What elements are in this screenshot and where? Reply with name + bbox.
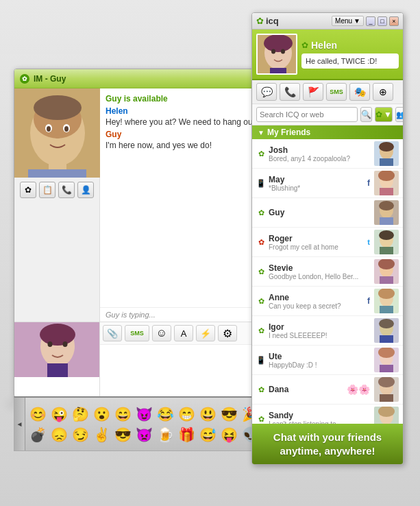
- minimize-button[interactable]: _: [366, 16, 375, 26]
- friend-item-anne[interactable]: ✿ Anne Can you keep a secret? f: [252, 287, 403, 316]
- icq-titlebar: ✿ icq Menu ▼ _ □ ×: [252, 13, 403, 29]
- emoji-tongue[interactable]: 😝: [219, 425, 238, 444]
- friends-list: ✿ Josh Bored, any1 4 zoopaloola? 📱 May *…: [252, 139, 403, 424]
- emoji-sunglasses[interactable]: 😎: [113, 425, 132, 444]
- emoji-laugh[interactable]: 😂: [156, 405, 175, 424]
- call-action-btn[interactable]: 📞: [280, 83, 300, 101]
- helen-message: He called, TWICE :D!: [301, 53, 399, 69]
- emoji-bomb[interactable]: 💣: [28, 425, 47, 444]
- emoji-peace[interactable]: ✌: [92, 425, 111, 444]
- attach-icon: 📎: [107, 328, 118, 339]
- friend-item-dana[interactable]: ✿ Dana 🌸🌸: [252, 375, 403, 405]
- sms-action-icon: SMS: [330, 88, 343, 95]
- emoji-scroll-left[interactable]: ◄: [14, 397, 25, 452]
- emoji-angry[interactable]: 👿: [134, 425, 153, 444]
- josh-status: Bored, any1 4 zoopaloola?: [269, 155, 371, 162]
- video-action-btn[interactable]: 🎭: [349, 83, 370, 101]
- emoji-icon: ☺: [156, 327, 167, 339]
- svg-rect-25: [380, 158, 393, 166]
- emoji-cool[interactable]: 😎: [219, 405, 238, 424]
- dana-info: Dana: [269, 385, 344, 394]
- profile-icon: 👤: [81, 185, 91, 195]
- im-title-icon: ✿: [20, 74, 29, 84]
- anne-badge: f: [367, 296, 370, 306]
- friend-item-igor[interactable]: ✿ Igor I need SLEEEEEP!: [252, 316, 403, 346]
- svg-point-21: [281, 49, 285, 54]
- friend-item-josh[interactable]: ✿ Josh Bored, any1 4 zoopaloola?: [252, 139, 403, 169]
- emoji-grin[interactable]: 😄: [113, 405, 132, 424]
- friend-item-sandy[interactable]: ✿ Sandy I can't stop listening to...: [252, 405, 403, 424]
- history-btn[interactable]: 📋: [39, 182, 55, 198]
- close-button[interactable]: ×: [389, 16, 399, 26]
- sms-input-btn[interactable]: SMS: [125, 325, 149, 341]
- emoji-gift[interactable]: 🎁: [177, 425, 196, 444]
- more-icon: ⚙: [223, 327, 232, 340]
- emoji-smile[interactable]: 😊: [28, 405, 47, 424]
- emoji-devil[interactable]: 😈: [134, 405, 153, 424]
- igor-info: Igor I need SLEEEEEP!: [269, 322, 371, 339]
- emoji-smirk[interactable]: 😏: [71, 425, 90, 444]
- emoji-row-2: 💣 😞 😏 ✌ 😎 👿 🍺 🎁 😅 😝 👽: [28, 425, 260, 444]
- emoji-think[interactable]: 🤔: [71, 405, 90, 424]
- buzz-btn[interactable]: ⚡: [196, 325, 215, 341]
- svg-point-20: [271, 49, 275, 54]
- friend-item-roger[interactable]: ✿ Roger Frogot my cell at home t: [252, 228, 403, 257]
- stevie-avatar: [374, 259, 399, 284]
- emoji-row-1: 😊 😜 🤔 😮 😄 😈 😂 😁 😃 😎 🎉: [28, 405, 260, 424]
- banner-line1: Chat with your friends: [258, 431, 397, 444]
- svg-point-7: [64, 126, 69, 132]
- msg-guy-text: I'm here now, and yes we do!: [106, 141, 258, 150]
- emoji-sad[interactable]: 😞: [49, 425, 69, 444]
- icq-action-buttons: 💬 📞 🚩 SMS 🎭 ⊕: [252, 80, 403, 104]
- search-input[interactable]: [256, 107, 358, 122]
- emoji-wink[interactable]: 😜: [49, 405, 69, 424]
- my-friends-header: ▼ My Friends: [252, 125, 403, 139]
- status-dropdown-btn[interactable]: ✿ ▼: [375, 107, 393, 122]
- more-action-btn[interactable]: ⊕: [373, 83, 393, 101]
- emoji-happy[interactable]: 😁: [177, 405, 196, 424]
- search-button[interactable]: 🔍: [360, 107, 372, 122]
- emoji-wow[interactable]: 😮: [92, 405, 111, 424]
- guy-name: Guy: [269, 208, 371, 217]
- friend-item-ute[interactable]: 📱 Ute HappybDay :D !: [252, 346, 403, 375]
- emoji-big-smile[interactable]: 😃: [198, 405, 217, 424]
- dana-name: Dana: [269, 385, 344, 394]
- im-titlebar: ✿ IM - Guy: [14, 69, 263, 88]
- roger-info: Roger Frogot my cell at home: [269, 234, 365, 251]
- emoji-beer[interactable]: 🍺: [156, 425, 175, 444]
- im-messages: Guy is available Helen Hey! where you at…: [100, 88, 263, 307]
- flag-action-btn[interactable]: 🚩: [303, 83, 323, 101]
- roger-status: Frogot my cell at home: [269, 243, 365, 251]
- more-btn[interactable]: ⚙: [218, 325, 237, 341]
- guy-status-icon: ✿: [256, 208, 266, 217]
- roger-badge: t: [367, 238, 370, 246]
- maximize-button[interactable]: □: [378, 16, 387, 26]
- emoji-btn[interactable]: ☺: [152, 325, 171, 341]
- im-action-btn[interactable]: 💬: [256, 83, 277, 101]
- stevie-status-icon: ✿: [256, 267, 266, 276]
- sms-action-btn[interactable]: SMS: [326, 83, 347, 101]
- icq-menu-button[interactable]: Menu ▼: [332, 16, 364, 26]
- im-input-area: 📎 SMS ☺ A ⚡ ⚙: [14, 322, 263, 397]
- roger-status-icon: ✿: [256, 237, 266, 247]
- svg-rect-16: [47, 363, 68, 377]
- josh-info: Josh Bored, any1 4 zoopaloola?: [269, 145, 371, 162]
- friend-item-guy[interactable]: ✿ Guy: [252, 198, 403, 228]
- profile-btn[interactable]: 👤: [77, 182, 94, 198]
- font-btn[interactable]: A: [174, 325, 193, 341]
- emoji-sweat[interactable]: 😅: [198, 425, 217, 444]
- im-user-toolbar: ✿ 📋 📞 👤: [16, 178, 98, 202]
- anne-info: Anne Can you keep a secret?: [269, 293, 365, 310]
- icq-window: ✿ icq Menu ▼ _ □ ×: [251, 12, 404, 465]
- igor-status: I need SLEEEEEP!: [269, 332, 371, 339]
- message-input[interactable]: [100, 345, 263, 397]
- friend-item-stevie[interactable]: ✿ Stevie Goodbye London, Hello Ber...: [252, 257, 403, 287]
- add-friends-btn[interactable]: 👥: [395, 107, 404, 122]
- friend-item-may[interactable]: 📱 May *Blushing* f: [252, 169, 403, 198]
- attach-btn[interactable]: 📎: [103, 325, 122, 341]
- msg-from-helen: Helen: [106, 106, 258, 116]
- add-contact-btn[interactable]: ✿: [20, 182, 36, 198]
- helen-avatar: [256, 34, 297, 75]
- dropdown-arrow: ▼: [384, 110, 392, 119]
- call-btn[interactable]: 📞: [58, 182, 75, 198]
